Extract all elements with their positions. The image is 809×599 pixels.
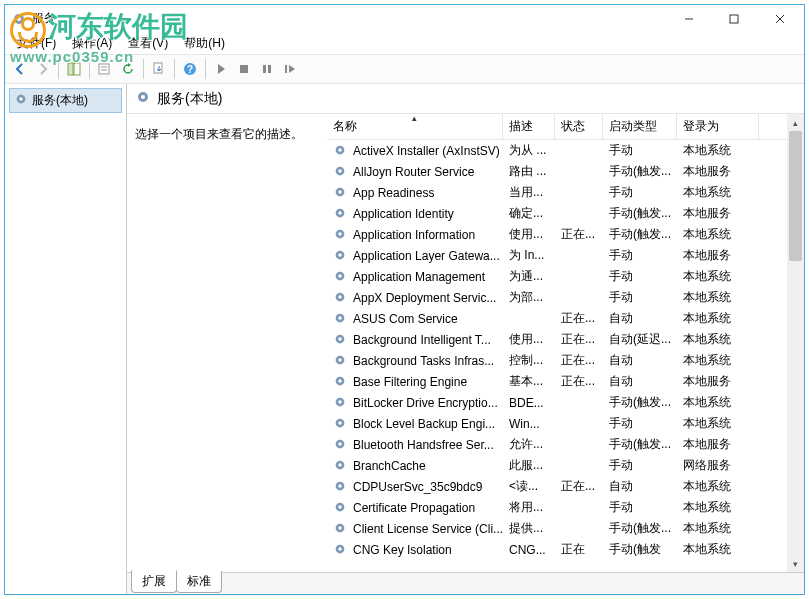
- svg-rect-17: [285, 65, 287, 73]
- service-row[interactable]: Base Filtering Engine基本...正在...自动本地服务: [327, 371, 804, 392]
- service-status: 正在...: [555, 225, 603, 244]
- service-startup: 手动: [603, 456, 677, 475]
- service-name: Bluetooth Handsfree Ser...: [353, 438, 494, 452]
- service-row[interactable]: AppX Deployment Servic...为部...手动本地系统: [327, 287, 804, 308]
- service-logon: 本地服务: [677, 204, 759, 223]
- service-desc: <读...: [503, 477, 555, 496]
- menu-view[interactable]: 查看(V): [120, 33, 176, 54]
- service-status: [555, 213, 603, 215]
- service-row[interactable]: App Readiness当用...手动本地系统: [327, 182, 804, 203]
- restart-service-button[interactable]: [279, 58, 301, 80]
- scroll-thumb[interactable]: [789, 131, 802, 261]
- nav-services-local[interactable]: 服务(本地): [9, 88, 122, 113]
- gear-icon: [333, 248, 349, 264]
- svg-point-39: [338, 316, 342, 320]
- tab-extended[interactable]: 扩展: [131, 570, 177, 593]
- minimize-button[interactable]: [666, 5, 711, 32]
- scroll-down-button[interactable]: ▾: [787, 555, 804, 572]
- export-button[interactable]: [148, 58, 170, 80]
- stop-service-button[interactable]: [233, 58, 255, 80]
- service-row[interactable]: Certificate Propagation将用...手动本地系统: [327, 497, 804, 518]
- service-desc: 为从 ...: [503, 141, 555, 160]
- sort-caret-icon: ▴: [412, 114, 417, 123]
- service-status: 正在...: [555, 372, 603, 391]
- vertical-scrollbar[interactable]: ▴ ▾: [787, 114, 804, 572]
- service-logon: 本地系统: [677, 183, 759, 202]
- col-header-logon[interactable]: 登录为: [677, 114, 759, 139]
- service-row[interactable]: BitLocker Drive Encryptio...BDE...手动(触发.…: [327, 392, 804, 413]
- service-row[interactable]: Background Intelligent T...使用...正在...自动(…: [327, 329, 804, 350]
- service-status: 正在...: [555, 477, 603, 496]
- service-startup: 自动: [603, 351, 677, 370]
- service-row[interactable]: Application Layer Gatewa...为 In...手动本地服务: [327, 245, 804, 266]
- service-startup: 自动: [603, 309, 677, 328]
- service-row[interactable]: ActiveX Installer (AxInstSV)为从 ...手动本地系统: [327, 140, 804, 161]
- col-header-status[interactable]: 状态: [555, 114, 603, 139]
- service-desc: BDE...: [503, 395, 555, 411]
- service-name: Background Tasks Infras...: [353, 354, 494, 368]
- service-row[interactable]: ASUS Com Service正在...自动本地系统: [327, 308, 804, 329]
- menu-action[interactable]: 操作(A): [64, 33, 120, 54]
- forward-button[interactable]: [32, 58, 54, 80]
- back-button[interactable]: [9, 58, 31, 80]
- col-header-desc[interactable]: 描述: [503, 114, 555, 139]
- service-row[interactable]: Block Level Backup Engi...Win...手动本地系统: [327, 413, 804, 434]
- service-name: Block Level Backup Engi...: [353, 417, 495, 431]
- maximize-button[interactable]: [711, 5, 756, 32]
- col-header-startup[interactable]: 启动类型: [603, 114, 677, 139]
- service-row[interactable]: Application Information使用...正在...手动(触发..…: [327, 224, 804, 245]
- svg-rect-16: [268, 65, 271, 73]
- service-status: [555, 255, 603, 257]
- svg-point-31: [338, 232, 342, 236]
- service-startup: 自动: [603, 372, 677, 391]
- service-row[interactable]: BranchCache此服...手动网络服务: [327, 455, 804, 476]
- svg-rect-8: [99, 64, 109, 74]
- service-row[interactable]: AllJoyn Router Service路由 ...手动(触发...本地服务: [327, 161, 804, 182]
- toolbar: ?: [5, 54, 804, 84]
- svg-point-37: [338, 295, 342, 299]
- service-row[interactable]: Application Identity确定...手动(触发...本地服务: [327, 203, 804, 224]
- svg-rect-3: [730, 15, 738, 23]
- service-desc: 为 In...: [503, 246, 555, 265]
- service-desc: 基本...: [503, 372, 555, 391]
- tab-standard[interactable]: 标准: [176, 571, 222, 593]
- service-row[interactable]: Client License Service (Cli...提供...手动(触发…: [327, 518, 804, 539]
- scroll-up-button[interactable]: ▴: [787, 114, 804, 131]
- gear-icon: [135, 89, 151, 108]
- service-desc: CNG...: [503, 542, 555, 558]
- service-startup: 手动: [603, 414, 677, 433]
- svg-point-23: [338, 148, 342, 152]
- menu-file[interactable]: 文件(F): [9, 33, 64, 54]
- svg-point-49: [338, 421, 342, 425]
- service-logon: 本地系统: [677, 330, 759, 349]
- gear-icon: [333, 311, 349, 327]
- service-row[interactable]: Bluetooth Handsfree Ser...允许...手动(触发...本…: [327, 434, 804, 455]
- service-row[interactable]: CDPUserSvc_35c9bdc9<读...正在...自动本地系统: [327, 476, 804, 497]
- pause-service-button[interactable]: [256, 58, 278, 80]
- service-name: AllJoyn Router Service: [353, 165, 474, 179]
- service-status: [555, 150, 603, 152]
- show-hide-tree-button[interactable]: [63, 58, 85, 80]
- service-name: Application Management: [353, 270, 485, 284]
- svg-point-29: [338, 211, 342, 215]
- menu-help[interactable]: 帮助(H): [176, 33, 233, 54]
- service-row[interactable]: Application Management为通...手动本地系统: [327, 266, 804, 287]
- service-logon: 本地系统: [677, 477, 759, 496]
- service-row[interactable]: CNG Key IsolationCNG...正在手动(触发本地系统: [327, 539, 804, 560]
- service-desc: 使用...: [503, 225, 555, 244]
- close-button[interactable]: [756, 5, 804, 32]
- service-status: [555, 444, 603, 446]
- service-row[interactable]: Background Tasks Infras...控制...正在...自动本地…: [327, 350, 804, 371]
- service-logon: 本地系统: [677, 540, 759, 559]
- properties-button[interactable]: [94, 58, 116, 80]
- service-name: App Readiness: [353, 186, 434, 200]
- refresh-button[interactable]: [117, 58, 139, 80]
- gear-icon: [333, 395, 349, 411]
- service-name: Application Information: [353, 228, 475, 242]
- service-logon: 网络服务: [677, 456, 759, 475]
- start-service-button[interactable]: [210, 58, 232, 80]
- help-button[interactable]: ?: [179, 58, 201, 80]
- svg-point-33: [338, 253, 342, 257]
- svg-point-25: [338, 169, 342, 173]
- col-header-name[interactable]: 名称▴: [327, 114, 503, 139]
